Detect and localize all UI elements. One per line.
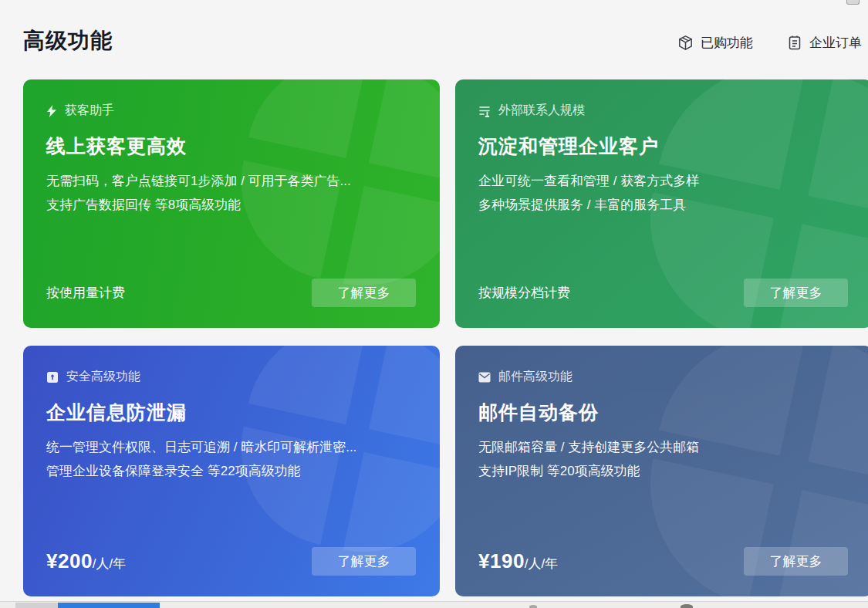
taskbar-active-segment[interactable] [58, 603, 160, 608]
card-title: 邮件自动备份 [478, 400, 599, 425]
taskbar-strip[interactable] [0, 601, 868, 608]
card-desc-line: 多种场景提供服务 / 丰富的服务工具 [478, 193, 699, 217]
advanced-features-page: 高级功能 已购功能 企业订单 [0, 0, 868, 608]
price-unit: /人/年 [93, 555, 126, 573]
feature-card-mail[interactable]: 邮件高级功能 邮件自动备份 无限邮箱容量 / 支持创建更多公共邮箱 支持IP限制… [455, 346, 868, 596]
card-title: 线上获客更高效 [46, 133, 187, 159]
card-footer: 按使用量计费 了解更多 [46, 279, 416, 307]
price-amount: ¥200 [46, 549, 93, 573]
learn-more-button[interactable]: 了解更多 [312, 279, 416, 307]
pricing-note: 按使用量计费 [46, 284, 125, 302]
card-description: 无限邮箱容量 / 支持创建更多公共邮箱 支持IP限制 等20项高级功能 [478, 435, 699, 483]
price: ¥200/人/年 [46, 549, 126, 573]
enterprise-orders-label: 企业订单 [809, 34, 862, 52]
card-title: 沉淀和管理企业客户 [478, 133, 659, 159]
learn-more-button[interactable]: 了解更多 [312, 547, 416, 576]
package-icon [677, 35, 694, 51]
card-description: 统一管理文件权限、日志可追溯 / 暗水印可解析泄密... 管理企业设备保障登录安… [46, 435, 356, 483]
card-badge-label: 外部联系人规模 [498, 103, 585, 119]
taskbar-icon-fragment [681, 604, 693, 608]
card-badge-label: 获客助手 [65, 103, 114, 119]
card-desc-line: 统一管理文件权限、日志可追溯 / 暗水印可解析泄密... [46, 435, 356, 459]
feature-card-external-contacts[interactable]: 外部联系人规模 沉淀和管理企业客户 企业可统一查看和管理 / 获客方式多样 多种… [455, 79, 868, 328]
mail-icon [478, 372, 491, 383]
pricing-note: 按规模分档计费 [478, 284, 570, 302]
card-title: 企业信息防泄漏 [46, 400, 187, 425]
header-actions: 已购功能 企业订单 [677, 34, 862, 52]
enterprise-orders-link[interactable]: 企业订单 [787, 34, 862, 52]
card-desc-line: 支持IP限制 等20项高级功能 [478, 459, 699, 483]
taskbar-segment[interactable] [15, 603, 58, 608]
safe-lock-icon [46, 371, 59, 383]
card-desc-line: 企业可统一查看和管理 / 获客方式多样 [478, 169, 699, 193]
card-badge: 获客助手 [46, 103, 114, 119]
price-amount: ¥190 [478, 549, 525, 573]
price-unit: /人/年 [525, 555, 558, 573]
order-list-icon [787, 35, 802, 51]
purchased-features-link[interactable]: 已购功能 [677, 34, 753, 52]
card-desc-line: 管理企业设备保障登录安全 等22项高级功能 [46, 459, 356, 483]
feature-card-acquisition-assistant[interactable]: 获客助手 线上获客更高效 无需扫码，客户点链接可1步添加 / 可用于各类广告..… [23, 79, 440, 328]
card-badge-label: 邮件高级功能 [498, 369, 572, 385]
card-badge: 安全高级功能 [46, 369, 140, 385]
card-badge-label: 安全高级功能 [66, 369, 140, 385]
card-footer: ¥200/人/年 了解更多 [46, 547, 416, 576]
card-badge: 外部联系人规模 [478, 103, 585, 119]
card-desc-line: 无需扫码，客户点链接可1步添加 / 可用于各类广告... [46, 169, 351, 193]
card-description: 企业可统一查看和管理 / 获客方式多样 多种场景提供服务 / 丰富的服务工具 [478, 169, 699, 217]
purchased-features-label: 已购功能 [701, 34, 753, 52]
card-desc-line: 支持广告数据回传 等8项高级功能 [46, 193, 351, 217]
card-description: 无需扫码，客户点链接可1步添加 / 可用于各类广告... 支持广告数据回传 等8… [46, 169, 351, 217]
feature-card-security[interactable]: 安全高级功能 企业信息防泄漏 统一管理文件权限、日志可追溯 / 暗水印可解析泄密… [23, 346, 440, 596]
card-desc-line: 无限邮箱容量 / 支持创建更多公共邮箱 [478, 435, 699, 459]
page-title: 高级功能 [23, 26, 113, 56]
card-footer: ¥190/人/年 了解更多 [478, 547, 848, 576]
card-badge: 邮件高级功能 [478, 369, 572, 385]
price: ¥190/人/年 [478, 549, 558, 573]
taskbar-icon-fragment [529, 605, 537, 608]
window-control-fragment [846, 0, 860, 5]
contacts-scale-icon [478, 105, 491, 117]
card-footer: 按规模分档计费 了解更多 [478, 279, 848, 307]
lightning-icon [46, 105, 57, 117]
learn-more-button[interactable]: 了解更多 [744, 547, 848, 576]
learn-more-button[interactable]: 了解更多 [744, 279, 848, 307]
